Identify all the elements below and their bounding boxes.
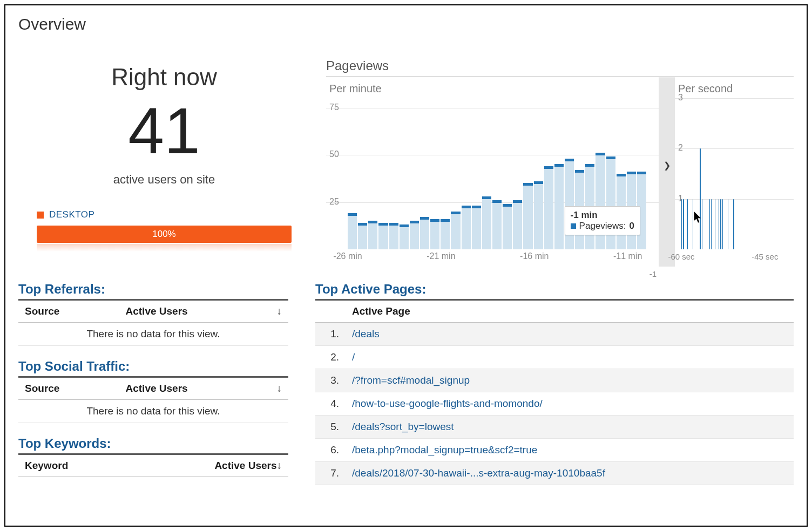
bar-reflection <box>37 244 292 251</box>
y-tick-label: 25 <box>329 197 339 207</box>
social-col-source[interactable]: Source <box>18 377 119 400</box>
per-second-label: Per second <box>675 77 794 95</box>
per-second-bar[interactable] <box>702 199 702 249</box>
y-tick-label: 75 <box>329 103 339 112</box>
row-index: 4. <box>315 392 346 416</box>
per-second-chart[interactable]: Per second 123 -60 sec-45 sec <box>675 77 794 267</box>
sort-desc-icon[interactable]: ↓ <box>277 460 282 472</box>
device-segment: DESKTOP 100% <box>18 209 310 251</box>
desktop-percent-bar: 100% <box>37 226 292 243</box>
per-minute-bar[interactable] <box>565 161 574 250</box>
table-row[interactable]: 3./?from=scf#modal_signup <box>315 369 794 392</box>
desktop-legend-label: DESKTOP <box>49 209 94 220</box>
per-second-bar[interactable] <box>711 199 712 249</box>
per-minute-bar[interactable] <box>368 223 377 249</box>
per-minute-bar[interactable] <box>420 219 429 249</box>
chart-tooltip: -1 min Pageviews: 0 <box>565 206 640 235</box>
row-index: 6. <box>315 439 346 462</box>
per-minute-bar[interactable] <box>378 225 388 250</box>
per-minute-bar[interactable] <box>441 221 450 250</box>
active-page-path[interactable]: /deals/2018/07-30-hawaii-...s-extra-aug-… <box>346 462 794 485</box>
sort-desc-icon[interactable]: ↓ <box>277 305 282 317</box>
per-minute-bar[interactable] <box>492 202 502 250</box>
social-empty: There is no data for this view. <box>18 400 288 423</box>
active-pages-col-page[interactable]: Active Page <box>346 300 794 323</box>
per-minute-bar[interactable] <box>544 168 553 250</box>
active-page-path[interactable]: /beta.php?modal_signup=true&scf2=true <box>346 439 794 462</box>
per-second-bar[interactable] <box>709 199 710 249</box>
pageviews-panel: Pageviews Per minute 255075 -26 min-21 m… <box>326 58 794 267</box>
active-users-subtitle: active users on site <box>18 173 310 187</box>
per-second-bar[interactable] <box>715 199 715 249</box>
row-index: 5. <box>315 416 346 439</box>
active-page-path[interactable]: /deals?sort_by=lowest <box>346 416 794 439</box>
table-row[interactable]: 1./deals <box>315 323 794 346</box>
per-minute-bar[interactable] <box>358 225 367 250</box>
per-second-bar[interactable] <box>720 199 721 249</box>
row-index: 2. <box>315 346 346 369</box>
per-second-bar[interactable] <box>681 199 682 249</box>
active-page-path[interactable]: /how-to-use-google-flights-and-momondo/ <box>346 392 794 416</box>
active-page-path[interactable]: /deals <box>346 323 794 346</box>
per-second-bar[interactable] <box>700 148 700 249</box>
top-social-title: Top Social Traffic: <box>18 359 288 374</box>
keywords-col-keyword[interactable]: Keyword <box>18 454 130 477</box>
desktop-color-icon <box>37 212 44 219</box>
per-minute-bar[interactable] <box>462 208 471 249</box>
top-active-pages-panel: Top Active Pages: Active Page 1./deals2.… <box>315 282 794 485</box>
per-minute-bar[interactable] <box>410 223 419 249</box>
table-row[interactable]: 5./deals?sort_by=lowest <box>315 416 794 439</box>
x-tick-label: -60 sec <box>668 252 694 261</box>
x-tick-label: -26 min <box>333 251 362 261</box>
social-col-active[interactable]: Active Users↓ <box>119 377 288 400</box>
table-row[interactable]: 6./beta.php?modal_signup=true&scf2=true <box>315 439 794 462</box>
per-minute-bar[interactable] <box>389 225 398 250</box>
row-index: 7. <box>315 462 346 485</box>
per-minute-bar[interactable] <box>400 227 409 249</box>
top-referrals-panel: Top Referrals: Source Active Users↓ Ther… <box>18 282 288 346</box>
per-minute-bar[interactable] <box>523 185 532 249</box>
y-tick-label: 50 <box>329 149 339 159</box>
per-second-bar[interactable] <box>733 199 734 249</box>
per-minute-bar[interactable] <box>534 183 543 250</box>
tooltip-metric-label: Pageviews: <box>579 221 626 232</box>
active-page-path[interactable]: /?from=scf#modal_signup <box>346 369 794 392</box>
per-second-bar[interactable] <box>719 199 719 249</box>
per-minute-bar[interactable] <box>348 215 357 249</box>
referrals-col-active[interactable]: Active Users↓ <box>119 300 288 323</box>
referrals-col-source[interactable]: Source <box>18 300 119 323</box>
per-minute-bar[interactable] <box>451 214 460 250</box>
chart-divider[interactable]: ❯ <box>659 77 675 267</box>
per-minute-bar[interactable] <box>472 208 481 249</box>
table-row[interactable]: 7./deals/2018/07-30-hawaii-...s-extra-au… <box>315 462 794 485</box>
tooltip-color-icon <box>571 223 576 229</box>
keywords-col-active[interactable]: Active Users ↓ <box>130 454 288 477</box>
sort-desc-icon[interactable]: ↓ <box>277 383 282 394</box>
per-minute-chart[interactable]: Per minute 255075 -26 min-21 min-16 min-… <box>326 77 659 267</box>
per-second-bar[interactable] <box>683 199 684 249</box>
per-second-bar[interactable] <box>722 199 723 249</box>
top-keywords-title: Top Keywords: <box>18 436 288 451</box>
referrals-empty: There is no data for this view. <box>18 323 288 346</box>
per-minute-bar[interactable] <box>513 202 522 250</box>
active-users-count: 41 <box>18 95 310 166</box>
per-second-bar[interactable] <box>693 199 693 249</box>
per-minute-bar[interactable] <box>606 159 615 249</box>
x-tick-label: -45 sec <box>752 252 778 261</box>
per-minute-rightmost-tick: -1 <box>649 269 657 278</box>
per-minute-bar[interactable] <box>503 206 512 250</box>
pageviews-title: Pageviews <box>326 58 794 73</box>
table-row[interactable]: 4./how-to-use-google-flights-and-momondo… <box>315 392 794 416</box>
top-active-pages-title: Top Active Pages: <box>315 282 794 297</box>
per-minute-bar[interactable] <box>554 166 564 249</box>
top-keywords-panel: Top Keywords: Keyword Active Users ↓ <box>18 436 288 477</box>
table-row[interactable]: 2./ <box>315 346 794 369</box>
per-second-bar[interactable] <box>687 199 687 249</box>
chevron-right-icon[interactable]: ❯ <box>664 160 671 171</box>
per-minute-bar[interactable] <box>482 199 491 250</box>
active-page-path[interactable]: / <box>346 346 794 369</box>
x-tick-label: -21 min <box>427 251 455 261</box>
per-minute-bar[interactable] <box>430 221 439 250</box>
x-tick-label: -16 min <box>520 251 549 261</box>
per-second-bar[interactable] <box>728 199 728 249</box>
